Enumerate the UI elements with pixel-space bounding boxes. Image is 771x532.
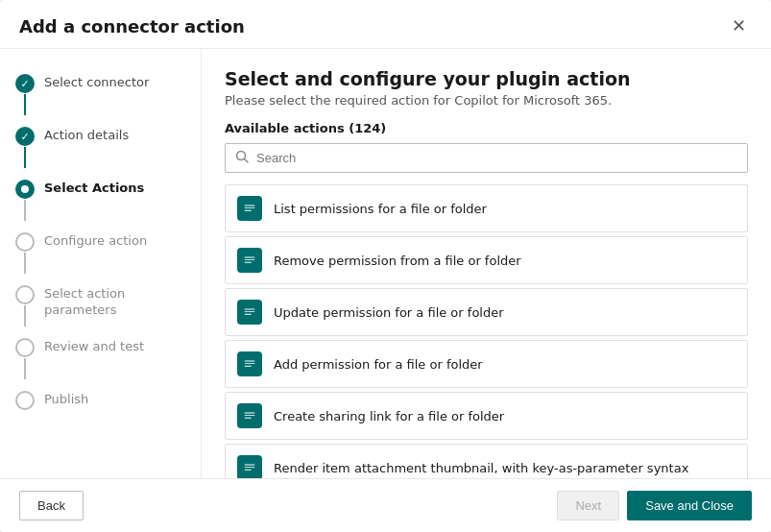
- list-item[interactable]: Update permission for a file or folder: [225, 288, 748, 336]
- step-label-action-details: Action details: [44, 127, 129, 144]
- search-box: [225, 143, 748, 173]
- step-line: [24, 94, 26, 115]
- sidebar-item-configure-action[interactable]: Configure action: [0, 227, 201, 279]
- close-button[interactable]: ✕: [726, 15, 752, 36]
- step-line-2: [24, 147, 26, 168]
- list-item[interactable]: Remove permission from a file or folder: [225, 236, 748, 284]
- save-and-close-button[interactable]: Save and Close: [627, 491, 752, 520]
- action-icon-0: [237, 196, 262, 221]
- available-label: Available actions (124): [225, 121, 748, 135]
- action-icon-1: [237, 248, 262, 273]
- step-label-select-actions: Select Actions: [44, 180, 144, 197]
- action-icon-3: [237, 351, 262, 376]
- step-indicator-col-3: [15, 180, 35, 221]
- step-indicator-col: ✓: [15, 74, 35, 115]
- step-indicator-col-5: [15, 285, 35, 326]
- action-label-3: Add permission for a file or folder: [274, 357, 483, 372]
- step-line-6: [24, 358, 26, 379]
- list-item[interactable]: Add permission for a file or folder: [225, 340, 748, 388]
- step-label-select-connector: Select connector: [44, 74, 149, 91]
- sidebar: ✓ Select connector ✓ Action details: [0, 49, 202, 478]
- action-label-4: Create sharing link for a file or folder: [274, 409, 504, 423]
- step-line-5: [24, 305, 26, 326]
- dialog-header: Add a connector action ✕: [0, 0, 771, 49]
- actions-list: List permissions for a file or folder Re…: [225, 184, 748, 478]
- main-title: Select and configure your plugin action: [225, 68, 748, 89]
- main-content: Select and configure your plugin action …: [202, 49, 771, 478]
- step-circle-review-and-test: [15, 338, 35, 357]
- step-circle-select-actions: [15, 180, 35, 199]
- sidebar-item-review-and-test[interactable]: Review and test: [0, 332, 201, 385]
- back-button[interactable]: Back: [19, 491, 84, 520]
- step-indicator-col-4: [15, 232, 35, 274]
- step-circle-configure-action: [15, 232, 35, 252]
- step-label-select-action-parameters: Select action parameters: [44, 285, 185, 319]
- sidebar-item-select-connector[interactable]: ✓ Select connector: [0, 68, 201, 121]
- step-indicator-col-6: [15, 338, 35, 379]
- step-circle-select-connector: ✓: [15, 74, 35, 93]
- action-icon-4: [237, 403, 262, 428]
- action-label-5: Render item attachment thumbnail, with k…: [274, 461, 688, 475]
- step-circle-action-details: ✓: [15, 127, 35, 146]
- footer-right: Next Save and Close: [557, 491, 752, 520]
- step-circle-select-action-parameters: [15, 285, 35, 304]
- search-icon: [235, 150, 249, 166]
- step-indicator-col-7: [15, 391, 35, 410]
- dialog-title: Add a connector action: [19, 16, 245, 36]
- add-connector-action-dialog: Add a connector action ✕ ✓ Select connec…: [0, 0, 771, 532]
- action-label-0: List permissions for a file or folder: [274, 202, 487, 216]
- list-item[interactable]: Render item attachment thumbnail, with k…: [225, 444, 748, 478]
- step-label-publish: Publish: [44, 391, 88, 408]
- search-input[interactable]: [256, 151, 737, 165]
- svg-line-1: [245, 159, 249, 163]
- list-item[interactable]: List permissions for a file or folder: [225, 184, 748, 232]
- step-indicator-col-2: ✓: [15, 127, 35, 168]
- next-button: Next: [557, 491, 619, 520]
- sidebar-item-publish[interactable]: Publish: [0, 385, 201, 416]
- action-label-2: Update permission for a file or folder: [274, 305, 504, 320]
- step-label-review-and-test: Review and test: [44, 338, 144, 355]
- sidebar-item-action-details[interactable]: ✓ Action details: [0, 121, 201, 174]
- dialog-body: ✓ Select connector ✓ Action details: [0, 49, 771, 478]
- action-icon-5: [237, 455, 262, 478]
- sidebar-item-select-actions[interactable]: Select Actions: [0, 174, 201, 227]
- list-item[interactable]: Create sharing link for a file or folder: [225, 392, 748, 440]
- dialog-footer: Back Next Save and Close: [0, 478, 771, 532]
- action-label-1: Remove permission from a file or folder: [274, 254, 521, 268]
- main-subtitle: Please select the required action for Co…: [225, 93, 748, 108]
- step-line-4: [24, 253, 26, 274]
- action-icon-2: [237, 300, 262, 325]
- step-line-3: [24, 200, 26, 221]
- sidebar-item-select-action-parameters[interactable]: Select action parameters: [0, 279, 201, 332]
- step-circle-publish: [15, 391, 35, 410]
- step-label-configure-action: Configure action: [44, 232, 147, 250]
